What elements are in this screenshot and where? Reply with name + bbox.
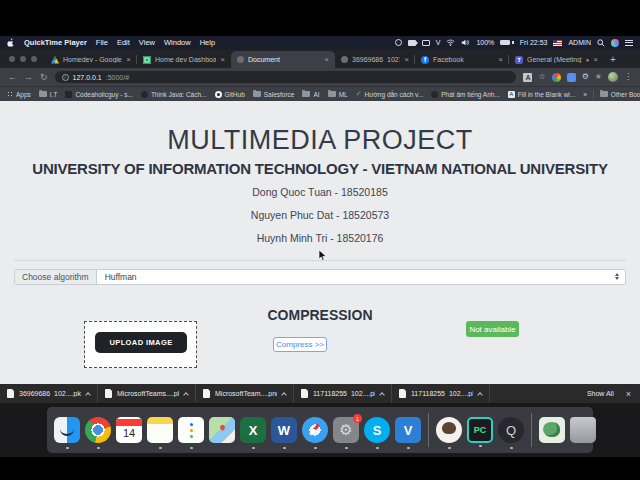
- extensions-icon[interactable]: ★: [595, 73, 602, 81]
- upload-image-button[interactable]: UPLOAD IMAGE: [95, 332, 187, 353]
- zoom-window-button[interactable]: [31, 56, 37, 62]
- extension-icon-1[interactable]: [552, 73, 561, 82]
- volume-icon[interactable]: [461, 39, 470, 46]
- algorithm-label: Choose algorithm: [15, 270, 97, 284]
- close-icon[interactable]: ×: [404, 55, 409, 64]
- tab-homedev-google-drive[interactable]: Homedev - Google Drive ×: [45, 51, 137, 68]
- dock-reminders-icon[interactable]: [178, 417, 204, 443]
- close-icon[interactable]: ×: [498, 55, 503, 64]
- display-icon[interactable]: [422, 40, 430, 46]
- browser-menu-icon[interactable]: ⋮: [624, 73, 632, 81]
- dock-notes-icon[interactable]: [147, 417, 173, 443]
- dock-safari-icon[interactable]: [302, 417, 328, 443]
- bookmark-folder-salesforce[interactable]: Salesforce: [253, 91, 295, 98]
- menu-bar-clock[interactable]: Fri 22:53: [520, 39, 548, 46]
- menu-help[interactable]: Help: [200, 38, 215, 47]
- extension-icon-2[interactable]: [567, 73, 576, 82]
- active-app-name[interactable]: QuickTime Player: [24, 38, 87, 47]
- close-icon[interactable]: ×: [626, 389, 631, 399]
- download-item[interactable]: MicrosoftTeam....png: [196, 384, 294, 403]
- bookmark-huong-dan[interactable]: ✓Hướng dẫn cách v...: [356, 90, 424, 98]
- dock-calendar-icon[interactable]: 14: [116, 417, 142, 443]
- chevron-up-icon[interactable]: [183, 392, 189, 398]
- profile-avatar[interactable]: [608, 72, 618, 82]
- dock-excel-icon[interactable]: X: [240, 417, 266, 443]
- battery-icon[interactable]: [500, 40, 514, 45]
- bookmarks-overflow-icon[interactable]: »: [583, 91, 587, 98]
- translate-icon[interactable]: A: [523, 73, 532, 82]
- menu-edit[interactable]: Edit: [117, 38, 130, 47]
- minimize-window-button[interactable]: [20, 56, 26, 62]
- download-item[interactable]: 36969686_102....pkl: [0, 384, 98, 403]
- upload-dropzone[interactable]: UPLOAD IMAGE: [84, 321, 197, 368]
- download-item[interactable]: 117118255_102....pkl: [294, 384, 392, 403]
- chevron-up-icon[interactable]: [379, 392, 385, 398]
- back-button[interactable]: ←: [8, 73, 17, 82]
- dock-bulbasaur-folder-icon[interactable]: [539, 417, 565, 443]
- facebook-icon: f: [421, 56, 429, 64]
- algorithm-select[interactable]: Huffman: [97, 270, 625, 284]
- dock-finder-icon[interactable]: [54, 417, 80, 443]
- tab-document-active[interactable]: Document ×: [231, 51, 335, 68]
- forward-button[interactable]: →: [24, 73, 33, 82]
- bookmark-phat-am[interactable]: Phát âm tiếng Anh...: [431, 91, 500, 98]
- chevron-up-icon[interactable]: [477, 392, 483, 398]
- download-item[interactable]: 117118255_102....pkl: [392, 384, 490, 403]
- dock-pycharm-icon[interactable]: PC: [467, 417, 493, 443]
- dock-skype-icon[interactable]: S: [364, 417, 390, 443]
- select-arrows-icon: [615, 273, 619, 280]
- download-item[interactable]: MicrosoftTeams....pkl: [98, 384, 196, 403]
- gear-icon[interactable]: ⚙: [582, 73, 589, 81]
- bookmark-folder-it[interactable]: I.T: [39, 91, 58, 98]
- address-bar[interactable]: i 127.0.0.1 :5000/#: [55, 71, 517, 83]
- window-controls[interactable]: [0, 56, 45, 68]
- bookmark-think-java[interactable]: Think Java: Cách...: [141, 91, 207, 98]
- chevron-up-icon[interactable]: [85, 392, 91, 398]
- tab-home-dev-dashboard[interactable]: Home dev Dashboard - D ×: [137, 51, 231, 68]
- dock-chrome-icon[interactable]: [85, 417, 111, 443]
- folder-icon: [302, 91, 310, 97]
- close-icon[interactable]: ×: [593, 55, 598, 64]
- close-icon[interactable]: ×: [126, 55, 131, 64]
- bookmark-fill-blank[interactable]: AFill in the Blank wi...: [508, 91, 575, 98]
- siri-icon[interactable]: [611, 39, 619, 47]
- wifi-icon[interactable]: [446, 39, 455, 46]
- tab-image-file[interactable]: 36969686_10211903944 ×: [335, 51, 415, 68]
- menu-file[interactable]: File: [96, 38, 108, 47]
- close-window-button[interactable]: [9, 56, 15, 62]
- record-indicator-icon[interactable]: [395, 39, 402, 46]
- user-name[interactable]: ADMIN: [568, 39, 591, 46]
- tab-teams-meeting[interactable]: T General (Meeting) | M ● ×: [509, 51, 604, 68]
- bookmark-github[interactable]: GitHub: [215, 91, 245, 98]
- new-tab-button[interactable]: +: [604, 54, 624, 68]
- reload-button[interactable]: ↻: [40, 73, 48, 82]
- dock-vscode-icon[interactable]: V: [395, 417, 421, 443]
- camera-icon[interactable]: [408, 40, 416, 46]
- menu-view[interactable]: View: [139, 38, 155, 47]
- compress-button[interactable]: Compress >>: [273, 337, 327, 352]
- dock-system-preferences-icon[interactable]: ⚙1: [333, 417, 359, 443]
- apple-icon[interactable]: [7, 38, 15, 47]
- bookmark-folder-ai[interactable]: AI: [302, 91, 319, 98]
- v-app-icon[interactable]: V: [436, 39, 441, 46]
- dock-dbeaver-icon[interactable]: [436, 417, 462, 443]
- close-icon[interactable]: ×: [220, 55, 225, 64]
- close-icon[interactable]: ×: [324, 55, 329, 64]
- show-all-button[interactable]: Show All: [587, 390, 614, 397]
- dock-word-icon[interactable]: W: [271, 417, 297, 443]
- dock-trash-icon[interactable]: [570, 417, 596, 443]
- tab-facebook[interactable]: f Facebook ×: [415, 51, 509, 68]
- input-language-flag-icon[interactable]: [553, 40, 562, 46]
- other-bookmarks[interactable]: Other Bookmarks: [600, 91, 640, 98]
- menu-window[interactable]: Window: [164, 38, 191, 47]
- bookmark-codeaholicguy[interactable]: Codeaholicguy - s...: [65, 91, 132, 98]
- bookmark-folder-ml[interactable]: ML: [328, 91, 348, 98]
- bookmark-apps[interactable]: Apps: [7, 91, 31, 98]
- dock-quicktime-icon[interactable]: Q: [498, 417, 524, 443]
- search-icon[interactable]: [597, 39, 605, 47]
- site-info-icon[interactable]: i: [62, 74, 69, 81]
- notification-center-icon[interactable]: [625, 40, 633, 46]
- chevron-up-icon[interactable]: [281, 392, 287, 398]
- dock-maps-icon[interactable]: [209, 417, 235, 443]
- bookmark-star-icon[interactable]: ☆: [538, 73, 545, 81]
